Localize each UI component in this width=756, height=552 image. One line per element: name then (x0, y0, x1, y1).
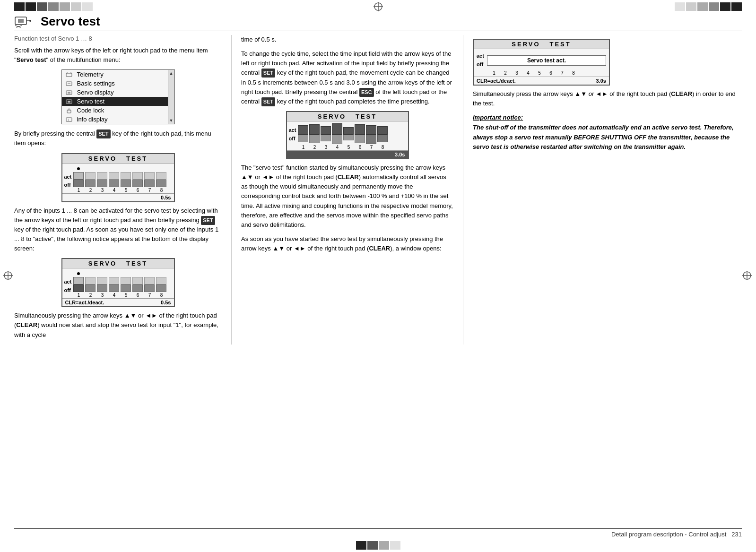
menu-item-basic-settings[interactable]: Basic settings (62, 79, 174, 88)
svg-rect-28 (66, 118, 72, 121)
servo-box1-time: 0.5s (161, 195, 171, 200)
top-crosshair-icon (373, 1, 383, 13)
notice-title: Important notice: (473, 114, 742, 121)
act-label-2: act (64, 278, 72, 286)
code-lock-icon (65, 107, 73, 114)
info-display-icon: i (65, 116, 73, 123)
svg-rect-24 (68, 92, 70, 94)
servo-header-icon (14, 15, 31, 28)
left-para4: Simultaneously pressing the arrow keys ▲… (14, 311, 222, 339)
menu-label-basic-settings: Basic settings (77, 80, 115, 87)
menu-item-code-lock[interactable]: Code lock (62, 106, 174, 115)
servo-box3-header: SERVO TEST (287, 112, 408, 121)
servo-box-1: SERVO TEST act off (61, 153, 175, 202)
top-bar-right-squares (675, 2, 756, 11)
off-label-4: off (477, 60, 484, 69)
page-footer: Detail program description - Control adj… (14, 528, 742, 538)
scroll-up-arrow[interactable]: ▲ (169, 71, 174, 76)
menu-label-servo-display: Servo display (77, 89, 114, 96)
header-divider (14, 31, 742, 31)
mid-para1: time of 0.5 s. (241, 35, 453, 44)
page-title: Servo test (41, 14, 100, 29)
servo-display-icon (65, 89, 73, 96)
right-crosshair-icon (742, 270, 753, 282)
act-label-3: act (289, 126, 296, 135)
servo-box2-footer: CLR=act./deact. 0.5s (62, 298, 174, 306)
mid-para4: As soon as you have started the servo te… (241, 234, 453, 253)
basic-settings-icon (65, 80, 73, 87)
servo-bars-1: 1 2 3 4 5 6 7 8 (73, 165, 172, 193)
svg-rect-27 (67, 110, 71, 113)
top-bar (0, 0, 756, 13)
main-content: Servo test Function test of Servo 1 … 8 … (14, 14, 742, 538)
act-label-4: act (477, 52, 484, 60)
menu-item-servo-display[interactable]: Servo display (62, 88, 174, 97)
set-key-4: SET (261, 97, 275, 106)
servo-box3-time: 3.0s (395, 152, 405, 157)
menu-scrollbar[interactable]: ▲ ▼ (168, 70, 174, 124)
menu-label-telemetry: Telemetry (77, 71, 104, 78)
mid-column: time of 0.5 s. To change the cycle time,… (232, 35, 463, 345)
svg-text:i: i (68, 118, 69, 121)
off-label-2: off (64, 286, 72, 295)
off-label-3: off (289, 135, 296, 143)
page-header: Servo test (14, 14, 742, 29)
bottom-bar-squares (356, 541, 400, 550)
bottom-bar (0, 539, 756, 552)
servo-test-icon (65, 98, 73, 105)
servo-box2-time: 0.5s (161, 300, 171, 305)
servo-box4-clr: CLR=act./deact. (477, 78, 516, 84)
right-column: SERVO TEST act off Servo test act. 1 2 3… (463, 35, 742, 345)
menu-rows: Telemetry Basic settings Servo display (62, 70, 174, 124)
right-para1: Simultaneously press the arrow keys ▲▼ o… (473, 89, 742, 108)
svg-rect-21 (66, 82, 72, 86)
act-off-labels-2: act off (64, 270, 72, 294)
esc-key-1: ESC (359, 88, 374, 97)
left-para2: By briefly pressing the central SET key … (14, 129, 222, 148)
servo-box4-numbers: 1 2 3 4 5 6 7 8 (474, 70, 609, 76)
off-label-1: off (64, 181, 72, 190)
left-para3: Any of the inputs 1 ... 8 can be activat… (14, 206, 222, 254)
servo-bars-3: 1 2 3 4 5 6 7 8 (298, 123, 406, 150)
svg-line-17 (16, 26, 22, 27)
left-crosshair-icon (3, 270, 14, 282)
servo-box1-footer: 0.5s (62, 193, 174, 201)
menu-item-servo-test[interactable]: Servo test (62, 97, 174, 106)
servo-box4-footer: CLR=act./deact. 3.0s (474, 77, 609, 85)
svg-rect-18 (66, 73, 72, 77)
left-column: Function test of Servo 1 … 8 Scroll with… (14, 35, 232, 345)
servo-box4-time: 3.0s (596, 78, 606, 84)
menu-item-info-display[interactable]: i info display (62, 115, 174, 124)
act-off-labels-4: act off (477, 52, 484, 69)
servo-box3-footer: 3.0s (287, 150, 408, 158)
menu-label-info-display: info display (77, 116, 108, 123)
function-test-label: Function test of Servo 1 … 8 (14, 35, 222, 42)
servo-box-3: SERVO TEST act off (286, 111, 409, 159)
important-notice: Important notice: The shut-off of the tr… (473, 114, 742, 151)
menu-item-telemetry[interactable]: Telemetry (62, 70, 174, 79)
svg-point-15 (29, 20, 31, 22)
mid-para2: To change the cycle time, select the tim… (241, 49, 453, 106)
act-off-labels-3: act off (289, 123, 296, 143)
servo-box1-header: SERVO TEST (62, 154, 174, 164)
svg-line-16 (15, 26, 21, 27)
svg-rect-26 (68, 101, 70, 103)
menu-label-code-lock: Code lock (77, 107, 104, 114)
act-label-1: act (64, 173, 72, 181)
top-bar-left-squares (0, 2, 93, 11)
page-number: 231 (731, 531, 742, 538)
servo-box2-header: SERVO TEST (62, 259, 174, 268)
telemetry-icon (65, 71, 73, 78)
servo-box-4: SERVO TEST act off Servo test act. 1 2 3… (473, 39, 610, 86)
mid-para3: The "servo test" function started by sim… (241, 163, 453, 230)
notice-body: The shut-off of the transmitter does not… (473, 123, 742, 151)
scroll-down-arrow[interactable]: ▼ (169, 118, 174, 123)
servo-act-display: Servo test act. (487, 55, 606, 66)
set-key-2: SET (201, 216, 215, 225)
menu-label-servo-test: Servo test (77, 98, 105, 105)
left-para1: Scroll with the arrow keys of the left o… (14, 46, 222, 65)
servo-box4-header: SERVO TEST (474, 40, 609, 49)
menu-box: Telemetry Basic settings Servo display (61, 69, 175, 124)
content-columns: Function test of Servo 1 … 8 Scroll with… (14, 35, 742, 345)
servo-bars-2: 1 2 3 4 5 6 7 8 (73, 270, 172, 298)
